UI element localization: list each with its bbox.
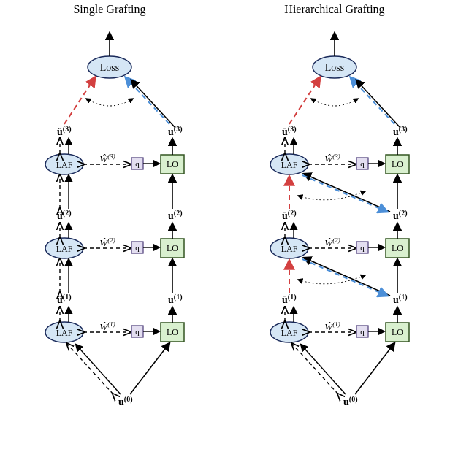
lo-1-label-right: LO (392, 327, 403, 337)
u0-to-laf1-right-s (301, 345, 346, 394)
lo-2-label-left: LO (167, 243, 178, 253)
w2-label-right: Ŵ(2) (324, 237, 340, 248)
u3-label-left: u(3) (168, 125, 182, 138)
laf-1-label-left: LAF (56, 328, 73, 338)
utilde1-label-right: ũ(1) (282, 293, 296, 306)
u3-to-loss-left (126, 77, 169, 124)
w1-label-right: Ŵ(1) (324, 320, 340, 332)
q-2-label-left: q (135, 243, 140, 252)
loss-label-left: Loss (100, 62, 119, 73)
u2-label-left: u(2) (168, 209, 182, 222)
laf2-to-u1-blue-right (302, 259, 387, 296)
q-3-label-right: q (360, 159, 365, 168)
lo-2-label-right: LO (392, 243, 403, 253)
title-left: Single Grafting (73, 3, 145, 16)
u0-label-left: u(0) (118, 395, 132, 408)
laf-2-label-right: LAF (281, 244, 298, 254)
laf3-to-u2-blue-right (302, 175, 387, 212)
q-3-label-left: q (135, 159, 140, 168)
w1-label-left: Ŵ(1) (99, 320, 115, 332)
w3-label-right: Ŵ(3) (324, 153, 340, 164)
u1-to-laf2-solid-right (304, 258, 390, 296)
lo-3-label-left: LO (167, 159, 178, 169)
u2-label-right: u(2) (393, 209, 407, 222)
u0-to-laf1-right-d (292, 344, 338, 394)
laf-2-label-left: LAF (56, 244, 73, 254)
u0-to-laf1-left-d (67, 344, 113, 394)
u1-label-left: u(1) (168, 293, 182, 306)
title-right: Hierarchical Grafting (284, 3, 384, 16)
utilde3-label-right: ũ(3) (282, 125, 296, 138)
q-2-label-right: q (360, 243, 365, 252)
u3-to-loss-right-solid (356, 80, 400, 128)
u0-to-laf1-left-s (76, 345, 121, 394)
w2-label-left: Ŵ(2) (99, 237, 115, 248)
u1-label-right: u(1) (393, 293, 407, 306)
uhat1-label-left: û(1) (57, 293, 71, 306)
w3-label-left: Ŵ(3) (99, 153, 115, 164)
u0-to-lo1-right (355, 343, 394, 394)
uhat3-label-left: û(3) (57, 125, 71, 138)
laf-1-label-right: LAF (281, 328, 298, 338)
graft-arc-right-top (311, 99, 358, 106)
utilde2-label-right: ũ(2) (282, 209, 296, 222)
lo-1-label-left: LO (167, 327, 178, 337)
laf-3-label-right: LAF (281, 160, 298, 170)
loss-label-right: Loss (325, 62, 344, 73)
u0-label-right: u(0) (343, 395, 357, 408)
u3-to-loss-solid-left (131, 80, 175, 128)
lo-3-label-right: LO (392, 159, 403, 169)
laf-3-label-left: LAF (56, 160, 73, 170)
u0-to-lo1-left (130, 343, 169, 394)
q-1-label-right: q (360, 327, 365, 336)
u2-to-laf3-solid-right (304, 174, 390, 212)
u3-to-loss-right-blue (351, 77, 394, 124)
q-1-label-left: q (135, 327, 140, 336)
uhat2-label-left: û(2) (57, 209, 71, 222)
u3-label-right: u(3) (393, 125, 407, 138)
graft-arc-left (86, 99, 133, 106)
